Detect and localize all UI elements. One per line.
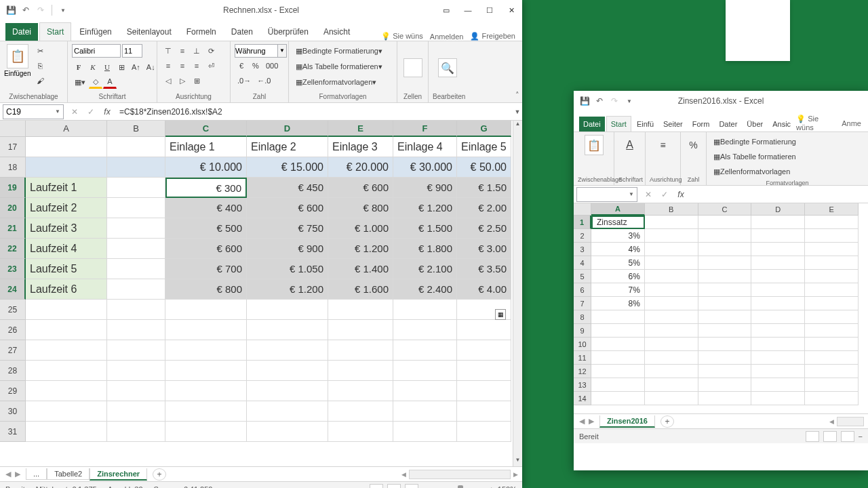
cell-D11[interactable] xyxy=(751,351,805,365)
col-header-E[interactable]: E xyxy=(328,121,393,137)
cell-C5[interactable] xyxy=(698,270,752,283)
accept-formula-icon[interactable]: ✓ xyxy=(83,104,99,119)
cell-E3[interactable] xyxy=(805,243,859,256)
percent-icon[interactable]: % xyxy=(249,59,262,73)
cell-D14[interactable] xyxy=(751,392,805,405)
row-header-31[interactable]: 31 xyxy=(0,422,26,442)
tab-ansicht[interactable]: Ansic xyxy=(768,117,795,131)
row-header-8[interactable]: 8 xyxy=(574,310,591,324)
cell-A27[interactable] xyxy=(26,340,107,361)
cell-D7[interactable] xyxy=(751,297,805,310)
cell-C12[interactable] xyxy=(698,365,752,378)
tell-me[interactable]: 💡 Sie wüns xyxy=(381,32,423,41)
col-header-A[interactable]: A xyxy=(26,121,107,137)
cell-D2[interactable] xyxy=(751,229,805,243)
cell-D31[interactable] xyxy=(247,422,328,442)
row-header-3[interactable]: 3 xyxy=(574,243,591,256)
cell-D29[interactable] xyxy=(247,381,328,401)
cell-F22[interactable]: € 1.800 xyxy=(393,239,457,259)
cell-G26[interactable] xyxy=(457,320,511,340)
cell-A18[interactable] xyxy=(26,157,107,178)
cell-A9[interactable] xyxy=(591,324,645,338)
cell-F17[interactable]: Einlage 4 xyxy=(393,137,457,157)
page-layout-view-icon[interactable] xyxy=(387,484,401,489)
cell-E21[interactable]: € 1.000 xyxy=(328,218,393,239)
cell-C27[interactable] xyxy=(165,340,247,361)
minimize-button[interactable]: — xyxy=(457,0,479,20)
fx-icon[interactable]: fx xyxy=(673,187,689,202)
cell-E5[interactable] xyxy=(805,270,859,283)
sheet-tab-tabelle2[interactable]: Tabelle2 xyxy=(47,468,90,480)
cell-D10[interactable] xyxy=(751,338,805,351)
cell-D12[interactable] xyxy=(751,365,805,378)
row-header-24[interactable]: 24 xyxy=(0,279,26,300)
cell-A3[interactable]: 4% xyxy=(591,243,645,256)
cell-A8[interactable] xyxy=(591,310,645,324)
paste-icon[interactable]: 📋 xyxy=(7,44,28,68)
cell-B29[interactable] xyxy=(107,381,165,401)
zoom-out-button[interactable]: − xyxy=(859,432,863,441)
cell-A25[interactable] xyxy=(26,300,107,320)
font-name-select[interactable] xyxy=(72,44,121,58)
col-header-G[interactable]: G xyxy=(457,121,511,137)
cell-E30[interactable] xyxy=(328,401,393,422)
cell-B30[interactable] xyxy=(107,401,165,422)
select-all-corner[interactable] xyxy=(0,121,26,137)
cell-A24[interactable]: Laufzeit 6 xyxy=(26,279,107,300)
cell-C26[interactable] xyxy=(165,320,247,340)
cell-D3[interactable] xyxy=(751,243,805,256)
format-as-table-button[interactable]: ▦ Als Tabelle formatieren ▾ xyxy=(293,60,393,73)
cell-D21[interactable]: € 750 xyxy=(247,218,328,239)
login-link[interactable]: Anmelden xyxy=(430,33,464,41)
cell-E14[interactable] xyxy=(805,392,859,405)
cell-A1[interactable]: Zinssatz xyxy=(591,216,645,229)
row-header-2[interactable]: 2 xyxy=(574,229,591,243)
tab-start[interactable]: Start xyxy=(39,22,71,41)
cell-E2[interactable] xyxy=(805,229,859,243)
cell-A12[interactable] xyxy=(591,365,645,378)
cell-C7[interactable] xyxy=(698,297,752,310)
row-header-23[interactable]: 23 xyxy=(0,259,26,279)
conditional-format-button[interactable]: ▦ Bedingte Formatierung xyxy=(711,135,864,148)
cell-A19[interactable]: Laufzeit 1 xyxy=(26,178,107,198)
sheet-tab-ellipsis[interactable]: ... xyxy=(26,468,47,480)
cell-C6[interactable] xyxy=(698,283,752,297)
cell-D9[interactable] xyxy=(751,324,805,338)
col-header-B[interactable]: B xyxy=(645,203,698,216)
row-header-18[interactable]: 18 xyxy=(0,157,26,178)
cell-styles-button[interactable]: ▦ Zellenformatvorlagen ▾ xyxy=(293,75,393,89)
cell-A4[interactable]: 5% xyxy=(591,256,645,270)
cell-F30[interactable] xyxy=(393,401,457,422)
cell-A23[interactable]: Laufzeit 5 xyxy=(26,259,107,279)
cell-A10[interactable] xyxy=(591,338,645,351)
cell-G24[interactable]: € 4.00 xyxy=(457,279,511,300)
cell-D22[interactable]: € 900 xyxy=(247,239,328,259)
row-header-10[interactable]: 10 xyxy=(574,338,591,351)
cell-C18[interactable]: € 10.000 xyxy=(165,157,247,178)
cell-G18[interactable]: € 50.00 xyxy=(457,157,511,178)
tab-einfuegen[interactable]: Einfügen xyxy=(73,23,118,41)
cell-C30[interactable] xyxy=(165,401,247,422)
cell-C24[interactable]: € 800 xyxy=(165,279,247,300)
zoom-out-button[interactable]: − xyxy=(422,485,427,489)
copy-icon[interactable]: ⎘ xyxy=(33,59,47,73)
cancel-formula-icon[interactable]: ✕ xyxy=(66,104,83,119)
cell-A20[interactable]: Laufzeit 2 xyxy=(26,198,107,218)
cell-B14[interactable] xyxy=(645,392,698,405)
col-header-D[interactable]: D xyxy=(247,121,328,137)
tab-ueberpruefen[interactable]: Überprüfen xyxy=(261,23,315,41)
cell-E13[interactable] xyxy=(805,378,859,392)
cell-E27[interactable] xyxy=(328,340,393,361)
name-box[interactable]: ▼ xyxy=(576,187,637,202)
undo-icon[interactable]: ↶ xyxy=(20,5,31,16)
cell-F25[interactable] xyxy=(393,300,457,320)
row-header-9[interactable]: 9 xyxy=(574,324,591,338)
cell-C29[interactable] xyxy=(165,381,247,401)
cell-E18[interactable]: € 20.000 xyxy=(328,157,393,178)
row-header-4[interactable]: 4 xyxy=(574,256,591,270)
tab-datei[interactable]: Datei xyxy=(579,117,605,131)
col-header-E[interactable]: E xyxy=(805,203,859,216)
col-header-A[interactable]: A xyxy=(591,203,645,216)
shrink-font-icon[interactable]: A↓ xyxy=(144,60,158,74)
row-header-22[interactable]: 22 xyxy=(0,239,26,259)
